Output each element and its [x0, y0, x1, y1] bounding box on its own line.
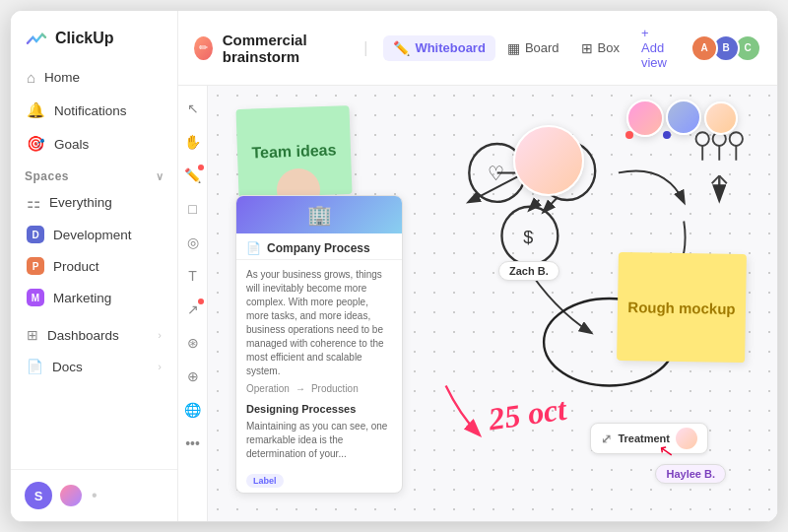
svg-text:♡: ♡ [488, 164, 504, 184]
box-tab-icon: ⊞ [581, 40, 593, 56]
card-section-body: Maintaining as you can see, one remarkab… [246, 420, 392, 461]
bell-icon: 🔔 [27, 101, 45, 119]
sidebar-item-development-label: Development [53, 228, 132, 242]
tool-rect[interactable]: □ [180, 196, 206, 222]
more-options-icon: • [92, 487, 98, 504]
card-section-title: Designing Processes [246, 402, 392, 417]
tool-hand[interactable]: ✋ [180, 129, 206, 155]
sidebar-item-home-label: Home [44, 70, 80, 85]
whiteboard-card[interactable]: 🏢 📄 Company Process As your business gro… [235, 195, 403, 494]
user-avatar[interactable]: S [25, 482, 52, 509]
card-doc-icon: 📄 [246, 241, 261, 255]
svg-line-14 [530, 200, 539, 210]
sidebar-item-home[interactable]: ⌂ Home [19, 62, 169, 93]
person-avatar-center [513, 125, 584, 196]
tab-board-label: Board [525, 40, 559, 55]
topbar-icon: ✏ [194, 36, 213, 60]
docs-icon: 📄 [27, 359, 43, 374]
card-header: 📄 Company Process [236, 233, 402, 260]
tool-arrow[interactable]: ↗ [180, 297, 206, 322]
goals-icon: 🎯 [27, 135, 45, 153]
sidebar-item-dashboards[interactable]: ⊞ Dashboards › [19, 320, 169, 350]
card-row-right: Production [311, 382, 359, 396]
treatment-chip: ⤢ Treatment [590, 423, 708, 454]
card-badge: Label [246, 474, 284, 488]
spaces-section-header: Spaces ∨ [11, 160, 177, 187]
zach-chip: Zach B. [498, 261, 559, 281]
topbar-divider: | [363, 39, 367, 57]
tool-select[interactable]: ↖ [180, 96, 206, 121]
development-dot: D [27, 226, 44, 243]
tool-pen[interactable]: ✏️ [180, 163, 206, 188]
page-title: Commercial brainstorm [223, 32, 352, 65]
svg-line-15 [544, 197, 558, 212]
tab-board[interactable]: ▦ Board [497, 35, 569, 61]
sidebar-item-goals[interactable]: 🎯 Goals [19, 128, 169, 160]
svg-line-25 [719, 175, 727, 183]
sidebar-item-notifications-label: Notifications [54, 103, 127, 118]
card-title: Company Process [267, 241, 370, 255]
add-view-button[interactable]: + Add view [631, 21, 677, 75]
tab-whiteboard[interactable]: ✏️ Whiteboard [383, 35, 495, 61]
haylee-chip: Haylee B. [655, 464, 726, 484]
card-row-left: Operation [246, 382, 290, 396]
sticky-green-text: Team ideas [251, 142, 337, 163]
haylee-chip-label: Haylee B. [666, 468, 715, 480]
sidebar-item-product[interactable]: P Product [19, 251, 169, 281]
sidebar-footer: S • [11, 469, 177, 521]
tool-arrow-indicator [198, 299, 204, 304]
resize-icon: ⤢ [601, 432, 612, 446]
sidebar-item-dashboards-label: Dashboards [47, 328, 119, 343]
svg-point-17 [696, 132, 709, 146]
add-view-label: + Add view [641, 26, 667, 70]
whiteboard-tab-icon: ✏️ [393, 40, 410, 56]
svg-text:$: $ [523, 227, 533, 247]
sidebar-item-marketing-label: Marketing [53, 291, 111, 305]
spaces-label: Spaces [25, 169, 69, 183]
sidebar-item-notifications[interactable]: 🔔 Notifications [19, 95, 169, 126]
tool-add[interactable]: ⊕ [180, 364, 206, 389]
app-container: ClickUp ⌂ Home 🔔 Notifications 🎯 Goals S… [10, 10, 778, 522]
avatar-indicator-1 [625, 131, 633, 139]
chevron-down-icon: ∨ [156, 170, 164, 183]
tool-text[interactable]: T [180, 263, 206, 289]
tool-more[interactable]: ••• [180, 431, 206, 456]
canvas-area[interactable]: Team ideas Rough mockup [208, 86, 777, 521]
avatar-1: A [690, 34, 718, 62]
card-body-text: As your business grows, things will inev… [246, 269, 384, 376]
card-row-process: Operation → Production [246, 382, 392, 396]
tool-globe[interactable]: 🌐 [180, 397, 206, 423]
sidebar-item-goals-label: Goals [54, 137, 89, 152]
svg-line-24 [712, 175, 720, 183]
sidebar-item-marketing[interactable]: M Marketing [19, 283, 169, 312]
chevron-right-icon-docs: › [158, 361, 162, 372]
app-logo: ClickUp [11, 11, 177, 62]
home-icon: ⌂ [27, 69, 35, 86]
zach-chip-label: Zach B. [509, 265, 549, 277]
treatment-avatar [676, 428, 697, 449]
dashboards-icon: ⊞ [27, 327, 38, 343]
collaborator-avatars: A B C [696, 34, 761, 62]
clickup-logo-icon [25, 27, 48, 50]
tab-whiteboard-label: Whiteboard [415, 40, 486, 55]
tool-component[interactable]: ⊛ [180, 330, 206, 356]
card-body: As your business grows, things will inev… [236, 260, 402, 469]
chevron-right-icon: › [158, 329, 162, 341]
tab-box[interactable]: ⊞ Box [571, 35, 629, 61]
left-toolbar: ↖ ✋ ✏️ □ ◎ T ↗ ⊛ ⊕ 🌐 ••• [178, 86, 208, 521]
sidebar-item-development[interactable]: D Development [19, 220, 169, 249]
spaces-list: ⚏ Everything D Development P Product M M… [11, 187, 177, 312]
tool-ellipse[interactable]: ◎ [180, 230, 206, 255]
oct-25-label: 25 oct [487, 391, 568, 438]
person-avatar-top-right-3 [704, 101, 738, 135]
sidebar-item-everything-label: Everything [49, 195, 112, 210]
sticky-note-rough-mockup[interactable]: Rough mockup [617, 252, 747, 363]
sidebar-item-everything[interactable]: ⚏ Everything [19, 187, 169, 218]
avatar-indicator-2 [663, 131, 671, 139]
sidebar-item-docs[interactable]: 📄 Docs › [19, 352, 169, 381]
tool-pen-indicator [198, 165, 204, 170]
sidebar-bottom-items: ⊞ Dashboards › 📄 Docs › [11, 312, 177, 381]
canvas-wrapper: ↖ ✋ ✏️ □ ◎ T ↗ ⊛ ⊕ 🌐 ••• [178, 86, 777, 521]
svg-point-11 [501, 207, 558, 265]
svg-point-21 [730, 132, 743, 146]
